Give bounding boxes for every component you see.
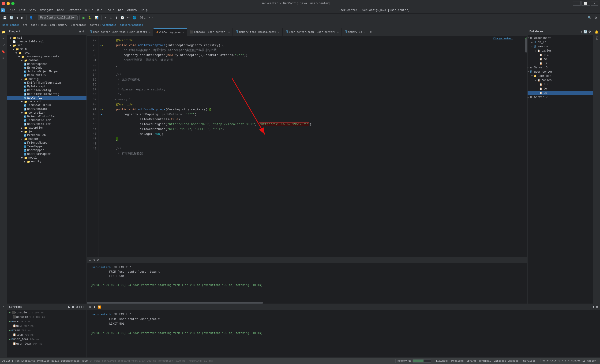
run-config-selector[interactable]: UserCenterApplication bbox=[38, 16, 78, 20]
minimize-btn[interactable] bbox=[7, 2, 10, 5]
tree-item-JacksonObjectMapper[interactable]: CJacksonObjectMapper bbox=[7, 70, 86, 73]
tab-webconfig[interactable]: J WebConfig.java ✕ bbox=[153, 28, 187, 36]
tree-item-create_table.sql[interactable]: 📄create_table.sql bbox=[7, 40, 86, 44]
db-add-btn[interactable]: + bbox=[581, 30, 582, 34]
bottom-up-btn[interactable]: ▲ bbox=[89, 259, 91, 262]
menu-code[interactable]: Code bbox=[55, 8, 66, 12]
clear-console-btn[interactable]: 🗑 bbox=[89, 305, 91, 309]
db-usercenter[interactable]: ▼ 🗄 user-center bbox=[528, 70, 593, 74]
tree-item-controller[interactable]: ▼ 📁controller bbox=[7, 111, 86, 115]
bottom-hscrollbar[interactable] bbox=[87, 302, 527, 304]
indent-info[interactable]: 4 spaces bbox=[568, 359, 581, 362]
tree-item-PreCacheJob[interactable]: CPreCacheJob bbox=[7, 134, 86, 137]
tree-item-FriendsMapper[interactable]: IFriendsMapper bbox=[7, 141, 86, 145]
terminal-item[interactable]: Terminal bbox=[478, 360, 491, 362]
forward-btn[interactable]: ▶ bbox=[20, 16, 24, 20]
tree-item-ResultUtils[interactable]: CResultUtils bbox=[7, 73, 86, 77]
tree-item-common[interactable]: ▼ 📁common bbox=[7, 59, 86, 62]
tab-memory-us[interactable]: 🗄 memory.us ✕ bbox=[342, 28, 368, 36]
tree-item-UserConstant[interactable]: CUserConstant bbox=[7, 107, 86, 111]
tree-item-java[interactable]: ▼ 📁java bbox=[7, 51, 86, 55]
service-console-child[interactable]: ⬛ console 1 s 107 ms bbox=[7, 315, 86, 319]
build-status-item[interactable]: Build bbox=[51, 360, 59, 362]
run-status-item[interactable]: ▶ Run bbox=[12, 359, 19, 362]
collapse-all-btn[interactable]: ⊟ bbox=[79, 30, 81, 33]
settings-btn[interactable]: ⚙ bbox=[82, 30, 84, 33]
db-settings-btn[interactable]: ⚙ bbox=[588, 30, 591, 34]
close-console-btn[interactable]: ✕ bbox=[596, 305, 598, 309]
menu-window[interactable]: Window bbox=[125, 8, 139, 12]
menu-build[interactable]: Build bbox=[83, 8, 95, 12]
service-userteam-group[interactable]: ▶ ⊞ user_team 764 ms bbox=[7, 337, 86, 342]
services-stop-btn[interactable]: ⏹ bbox=[72, 305, 75, 309]
menu-git[interactable]: Git bbox=[116, 8, 125, 12]
dependencies-status-item[interactable]: Dependencies bbox=[61, 360, 80, 362]
tree-item-model[interactable]: ▼ 📁model bbox=[7, 156, 86, 160]
services-filter-btn[interactable]: ⊟ bbox=[79, 305, 82, 309]
services-run-btn[interactable]: ▶ bbox=[68, 305, 71, 309]
menu-navigate[interactable]: Navigate bbox=[38, 8, 55, 12]
tree-item-RedisTemplateConfig[interactable]: CRedisTemplateConfig bbox=[7, 92, 86, 96]
service-user-group[interactable]: ▶ ⊞ user 917 ms bbox=[7, 319, 86, 324]
bc-webconfig[interactable]: WebConfig bbox=[103, 24, 116, 27]
tree-item-RedisionConfig[interactable]: CRedisionConfig bbox=[7, 89, 86, 92]
git-branch-name[interactable]: ⎇ master bbox=[582, 359, 596, 362]
menu-refactor[interactable]: Refactor bbox=[66, 8, 83, 12]
tree-item-UserMapper[interactable]: IUserMapper bbox=[7, 148, 86, 152]
git-status-item[interactable]: ⎇ Git bbox=[2, 359, 10, 362]
tree-item-exception[interactable]: ▶ 📁exception bbox=[7, 126, 86, 130]
tree-item-WebConfig[interactable]: CWebConfig bbox=[7, 96, 86, 100]
save-btn[interactable]: 💾 bbox=[2, 16, 8, 20]
maximize-btn[interactable] bbox=[11, 2, 15, 5]
service-user-child[interactable]: 📋 user 917 ms bbox=[7, 324, 86, 328]
db-server-o1[interactable]: ▶ 🖥 Server O bbox=[528, 66, 593, 70]
change-profiles-btn[interactable]: Change profiles... bbox=[493, 37, 513, 40]
service-team-group[interactable]: ▶ ⊞ team 780 ms bbox=[7, 328, 86, 333]
bc-com[interactable]: com bbox=[50, 24, 55, 27]
tab-usercenter-team[interactable]: 🗄 user-center.team [user-center] ✕ bbox=[283, 28, 342, 36]
todo-status-item[interactable]: TODO bbox=[82, 360, 88, 362]
db-table-us-mem[interactable]: 📋 us bbox=[528, 61, 593, 66]
bc-project[interactable]: user-center bbox=[2, 24, 19, 27]
tree-item-UserController[interactable]: CUserController bbox=[7, 122, 86, 126]
scroll-bottom-btn[interactable]: ⬇ bbox=[93, 305, 96, 309]
project-sidebar-icon[interactable]: 📁 bbox=[1, 29, 6, 35]
close-window-btn[interactable]: ✕ bbox=[591, 1, 598, 6]
line-ending[interactable]: CRLF bbox=[551, 359, 557, 362]
tree-item-main[interactable]: ▼ 📁main bbox=[7, 47, 86, 51]
tree-item-job[interactable]: ▼ 📁job bbox=[7, 130, 86, 134]
tab-close[interactable]: ✕ bbox=[149, 31, 150, 34]
tree-item-FriendsController[interactable]: CFriendsController bbox=[7, 115, 86, 118]
services-add-btn[interactable]: + bbox=[83, 305, 84, 309]
db-server-o2[interactable]: ▶ 🖥 Server O bbox=[528, 95, 593, 99]
user-btn[interactable]: 👤 bbox=[28, 16, 34, 20]
tab-close[interactable]: ✕ bbox=[364, 31, 365, 34]
structure-sidebar-icon[interactable]: ≡ bbox=[1, 55, 6, 61]
search-everywhere-btn[interactable]: 🔍 bbox=[587, 16, 592, 20]
settings-gear-btn[interactable]: ⚙ bbox=[593, 16, 598, 20]
bookmarks-sidebar-icon[interactable]: 🔖 bbox=[1, 49, 6, 54]
commit-sidebar-icon[interactable]: ✔ bbox=[1, 36, 6, 41]
filter-btn[interactable]: 🔽 bbox=[97, 305, 101, 309]
menu-tools[interactable]: Tools bbox=[104, 8, 116, 12]
tree-item-ErrorCode[interactable]: CErrorCode bbox=[7, 66, 86, 70]
db-uc-tables[interactable]: ▶ 📋 tables bbox=[528, 78, 593, 82]
service-userteam-child[interactable]: 📋 user_team 764 ms bbox=[7, 342, 86, 346]
tree-item-Knife4jConfiguration[interactable]: CKnife4jConfiguration bbox=[7, 81, 86, 85]
tree-item-com.memory.usercenter[interactable]: ▼ 📁com.memory.usercenter bbox=[7, 55, 86, 59]
tab-close[interactable]: ✕ bbox=[278, 31, 280, 34]
tree-item-sql[interactable]: ▼ 📁sql bbox=[7, 36, 86, 40]
bottom-hscroll-thumb[interactable] bbox=[87, 302, 263, 304]
database-sidebar-icon[interactable]: 🗄 bbox=[594, 36, 600, 41]
tree-item-mapper[interactable]: ▼ 📁mapper bbox=[7, 137, 86, 141]
encoding[interactable]: UTF-8 bbox=[559, 359, 566, 362]
db-changes-item[interactable]: Database Changes bbox=[494, 360, 519, 362]
minimize-window-btn[interactable]: — bbox=[573, 1, 581, 6]
bc-config[interactable]: config bbox=[90, 24, 99, 27]
tab-close[interactable]: ✕ bbox=[228, 31, 230, 34]
service-console-group[interactable]: ▶ ⬛ console 1 s 107 ms bbox=[7, 310, 86, 315]
push-btn[interactable]: ⬆ bbox=[114, 16, 119, 20]
db-usercenter-folder[interactable]: ▼ 📁 user-cen bbox=[528, 74, 593, 78]
endpoints-status-item[interactable]: Endpoints bbox=[21, 360, 35, 362]
bc-memory[interactable]: memory bbox=[58, 24, 67, 27]
